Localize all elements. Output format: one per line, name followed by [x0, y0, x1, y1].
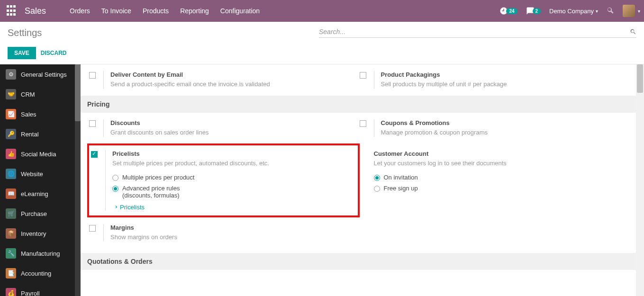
user-menu[interactable]: ▾: [623, 5, 640, 17]
checkbox-product-packagings[interactable]: [360, 72, 366, 79]
option-desc: Manage promotion & coupon programs: [381, 128, 621, 137]
sidebar-item-purchase[interactable]: 🛒Purchase: [0, 204, 81, 224]
option-coupons: Coupons & Promotions Manage promotion & …: [360, 113, 630, 144]
avatar: [623, 5, 635, 17]
box-icon: 📦: [6, 228, 16, 239]
sidebar-item-label: Social Media: [21, 151, 56, 158]
checkbox-discounts[interactable]: [89, 120, 96, 127]
sidebar-item-label: CRM: [21, 91, 35, 98]
search-box[interactable]: [319, 28, 636, 38]
sidebar-item-label: Website: [21, 170, 43, 178]
section-header-pricing: Pricing: [81, 96, 638, 113]
nav-to-invoice[interactable]: To Invoice: [101, 7, 131, 15]
radio-label: Advanced price rules: [122, 185, 180, 192]
sidebar-item-label: eLearning: [21, 190, 48, 197]
option-title: Pricelists: [112, 150, 348, 157]
sidebar-item-accounting[interactable]: 📑Accounting: [0, 263, 81, 283]
sidebar-item-label: Manufacturing: [21, 250, 60, 257]
radio-advanced-rules[interactable]: Advanced price rules (discounts, formula…: [112, 185, 348, 199]
radio-label: Free sign up: [384, 185, 418, 192]
radio-icon: [112, 175, 118, 181]
radio-free-signup[interactable]: Free sign up: [374, 185, 621, 192]
nav-orders[interactable]: Orders: [70, 7, 90, 15]
sidebar-item-rental[interactable]: 🔑Rental: [0, 124, 81, 144]
checkbox-deliver-email[interactable]: [89, 72, 96, 79]
sidebar-item-inventory[interactable]: 📦Inventory: [0, 224, 81, 243]
link-label: Pricelists: [120, 204, 145, 211]
cart-icon: 🛒: [6, 208, 16, 219]
sidebar-item-elearning[interactable]: 📖eLearning: [0, 184, 81, 204]
chart-icon: 📈: [6, 109, 16, 119]
arrow-right-icon: [112, 204, 118, 210]
option-title: Discounts: [110, 119, 350, 126]
radio-multiple-prices[interactable]: Multiple prices per product: [112, 174, 348, 181]
sidebar-item-crm[interactable]: 🤝CRM: [0, 84, 81, 104]
main-scrollbar-thumb[interactable]: [637, 64, 643, 93]
option-discounts: Discounts Grant discounts on sales order…: [89, 113, 360, 144]
link-pricelists[interactable]: Pricelists: [112, 204, 348, 211]
activities-badge: 24: [506, 8, 517, 14]
radio-on-invitation[interactable]: On invitation: [374, 174, 621, 181]
messages-badge: 2: [533, 8, 541, 14]
option-title: Deliver Content by Email: [110, 71, 350, 78]
globe-icon: 🌐: [6, 169, 16, 179]
sidebar-item-social-media[interactable]: 👍Social Media: [0, 144, 81, 164]
sidebar-item-label: Accounting: [21, 270, 51, 277]
sidebar-item-website[interactable]: 🌐Website: [0, 164, 81, 184]
thumbs-up-icon: 👍: [6, 149, 16, 159]
checkbox-margins[interactable]: [89, 225, 96, 232]
option-desc: Show margins on orders: [110, 233, 350, 242]
search-icon: [630, 28, 636, 35]
page-title: Settings: [8, 27, 42, 38]
wrench-icon: 🔧: [6, 248, 16, 259]
handshake-icon: 🤝: [6, 89, 16, 99]
apps-menu-icon[interactable]: [7, 5, 18, 17]
option-title: Margins: [110, 224, 350, 231]
sidebar-item-label: Payroll: [21, 290, 40, 296]
discard-button[interactable]: DISCARD: [41, 50, 67, 56]
activities-indicator[interactable]: 24: [499, 7, 517, 15]
debug-menu-icon[interactable]: [607, 7, 614, 16]
radio-sublabel: (discounts, formulas): [122, 192, 180, 199]
sidebar-item-label: General Settings: [21, 71, 67, 78]
option-title: Customer Account: [374, 150, 621, 157]
nav-reporting[interactable]: Reporting: [180, 7, 209, 15]
checkbox-coupons[interactable]: [360, 120, 366, 127]
option-desc: Set multiple prices per product, automat…: [112, 159, 348, 168]
sidebar-item-manufacturing[interactable]: 🔧Manufacturing: [0, 243, 81, 263]
option-deliver-email: Deliver Content by Email Send a product-…: [89, 64, 360, 96]
sidebar-item-label: Rental: [21, 131, 39, 138]
gear-icon: ⚙: [6, 69, 16, 80]
app-brand[interactable]: Sales: [25, 6, 46, 16]
sidebar-item-label: Inventory: [21, 230, 46, 237]
option-title: Product Packagings: [381, 71, 621, 78]
radio-icon: [374, 175, 380, 181]
settings-form: Deliver Content by Email Send a product-…: [81, 64, 644, 296]
nav-configuration[interactable]: Configuration: [220, 7, 260, 15]
sidebar-scrollbar-thumb[interactable]: [75, 64, 81, 121]
search-input[interactable]: [319, 28, 630, 36]
nav-products[interactable]: Products: [143, 7, 169, 15]
book-icon: 📖: [6, 188, 16, 199]
section-header-quotations: Quotations & Orders: [81, 253, 638, 270]
sidebar-item-payroll[interactable]: 💰Payroll: [0, 283, 81, 296]
company-switcher[interactable]: Demo Company: [549, 8, 598, 15]
top-navbar: Sales Orders To Invoice Products Reporti…: [0, 0, 644, 22]
radio-icon: [374, 186, 380, 192]
option-desc: Let your customers log in to see their d…: [374, 159, 621, 168]
sidebar-item-sales[interactable]: 📈Sales: [0, 104, 81, 124]
option-desc: Send a product-specific email once the i…: [110, 80, 350, 89]
key-icon: 🔑: [6, 129, 16, 139]
save-button[interactable]: SAVE: [8, 47, 36, 59]
sidebar-item-general-settings[interactable]: ⚙General Settings: [0, 64, 81, 84]
checkbox-pricelists[interactable]: [91, 151, 98, 158]
radio-label: Multiple prices per product: [122, 174, 194, 181]
sidebar-item-label: Sales: [21, 111, 36, 118]
ledger-icon: 📑: [6, 268, 16, 278]
money-icon: 💰: [6, 288, 16, 296]
option-product-packagings: Product Packagings Sell products by mult…: [360, 64, 630, 96]
messages-indicator[interactable]: 2: [526, 7, 541, 15]
control-panel: Settings SAVE DISCARD: [0, 22, 644, 64]
radio-icon: [112, 186, 118, 192]
radio-label: On invitation: [384, 174, 418, 181]
